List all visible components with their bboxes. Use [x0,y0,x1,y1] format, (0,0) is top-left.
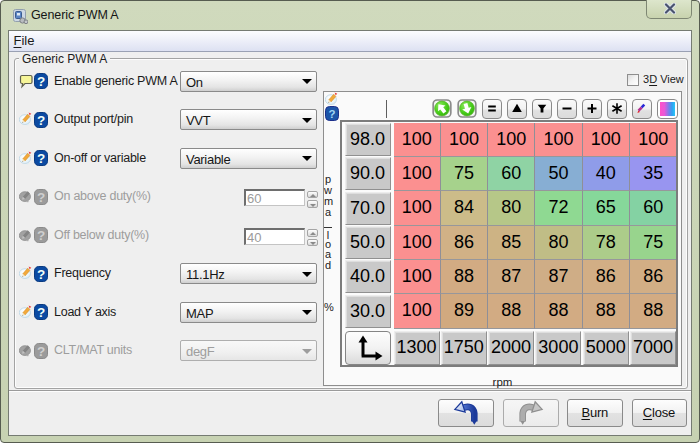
svg-text:?: ? [37,305,45,320]
svg-text:?: ? [37,189,45,204]
svg-text:?: ? [37,112,45,127]
svg-text:?: ? [37,266,45,281]
svg-text:?: ? [37,74,45,89]
svg-text:?: ? [328,108,335,120]
svg-text:?: ? [37,343,45,358]
svg-text:?: ? [37,228,45,243]
svg-text:?: ? [37,151,45,166]
